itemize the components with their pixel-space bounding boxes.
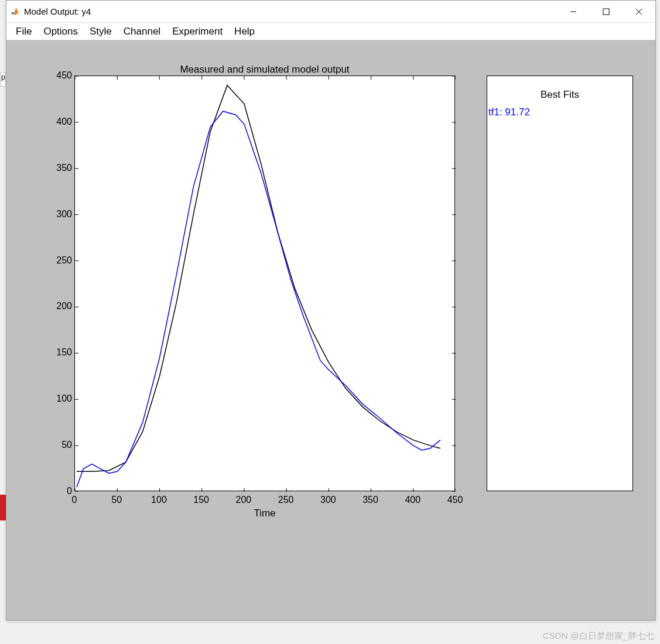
x-tick-label: 100 bbox=[151, 495, 167, 505]
y-tick-label: 250 bbox=[56, 255, 72, 266]
menu-options[interactable]: Options bbox=[37, 23, 84, 40]
y-tick-label: 450 bbox=[56, 70, 72, 81]
chart-plot bbox=[75, 76, 456, 492]
menu-file[interactable]: File bbox=[10, 23, 37, 40]
minimize-icon bbox=[570, 8, 577, 15]
maximize-button[interactable] bbox=[590, 1, 623, 22]
x-tick-label: 200 bbox=[236, 495, 252, 505]
x-tick-label: 450 bbox=[447, 495, 463, 505]
y-tick-label: 400 bbox=[56, 117, 72, 127]
close-button[interactable] bbox=[623, 1, 655, 22]
y-tick-label: 150 bbox=[56, 347, 72, 358]
close-icon bbox=[635, 8, 642, 15]
app-window: Model Output: y4 File Options Style Chan… bbox=[6, 0, 656, 621]
y-tick-label: 200 bbox=[56, 301, 72, 311]
chart-title: Measured and simulated model output bbox=[74, 64, 455, 76]
chart-axes[interactable] bbox=[74, 76, 455, 491]
x-tick-label: 250 bbox=[278, 495, 294, 505]
maximize-icon bbox=[603, 8, 610, 15]
y-tick-label: 50 bbox=[61, 440, 72, 450]
window-title: Model Output: y4 bbox=[24, 6, 557, 16]
menu-experiment[interactable]: Experiment bbox=[166, 23, 228, 40]
y-tick-label: 300 bbox=[56, 209, 72, 220]
x-tick-label: 150 bbox=[193, 495, 209, 505]
menu-channel[interactable]: Channel bbox=[118, 23, 166, 40]
minimize-button[interactable] bbox=[557, 1, 590, 22]
x-tick-label: 50 bbox=[111, 495, 122, 505]
matlab-icon bbox=[10, 7, 19, 16]
x-tick-label: 350 bbox=[363, 495, 378, 505]
svg-rect-1 bbox=[603, 9, 609, 15]
window-controls bbox=[557, 1, 655, 22]
menu-help[interactable]: Help bbox=[228, 23, 261, 40]
legend-title: Best Fits bbox=[487, 76, 632, 101]
menubar: File Options Style Channel Experiment He… bbox=[6, 23, 655, 40]
menu-style[interactable]: Style bbox=[84, 23, 118, 40]
y-tick-label: 100 bbox=[56, 393, 72, 404]
x-axis-label: Time bbox=[74, 508, 455, 519]
x-tick-label: 300 bbox=[320, 495, 336, 505]
titlebar: Model Output: y4 bbox=[6, 1, 655, 23]
left-red-stub bbox=[0, 495, 6, 520]
legend-entry-tf1[interactable]: tf1: 91.72 bbox=[487, 104, 632, 121]
x-tick-label: 0 bbox=[72, 495, 77, 505]
watermark: CSDN @白日梦想家_胖七七 bbox=[543, 631, 654, 642]
left-edge-stub: p bbox=[0, 73, 6, 87]
y-tick-label: 350 bbox=[56, 163, 72, 173]
figure-canvas: Measured and simulated model output 0501… bbox=[6, 40, 655, 620]
x-tick-label: 400 bbox=[405, 495, 420, 505]
legend-panel[interactable]: Best Fits tf1: 91.72 bbox=[487, 76, 633, 491]
